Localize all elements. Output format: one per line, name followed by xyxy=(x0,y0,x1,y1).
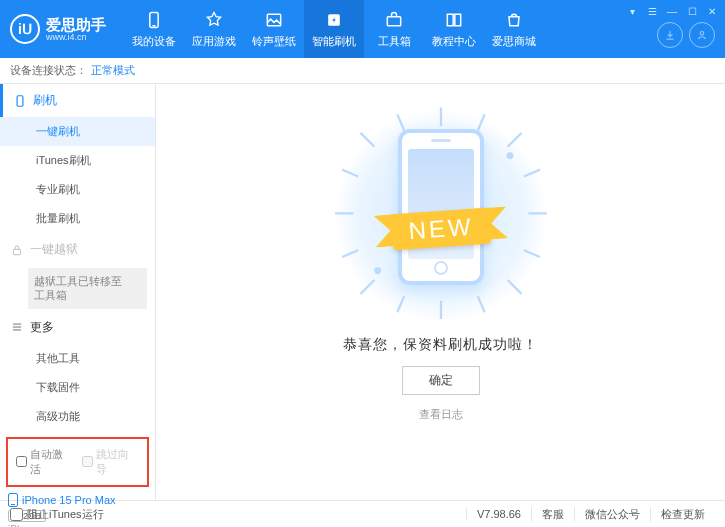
app-title: 爱思助手 xyxy=(46,17,106,32)
svg-point-5 xyxy=(700,32,704,36)
svg-line-23 xyxy=(523,170,539,177)
device-type: iPhone xyxy=(8,524,147,527)
download-button[interactable] xyxy=(657,22,683,48)
sidebar-item-firmware[interactable]: 下载固件 xyxy=(0,373,155,402)
toolbox-icon xyxy=(383,9,405,31)
sidebar-item-advanced[interactable]: 高级功能 xyxy=(0,402,155,431)
menu-lines-icon xyxy=(10,320,24,334)
svg-line-19 xyxy=(397,114,404,130)
close-icon[interactable]: ✕ xyxy=(705,4,719,18)
device-name: iPhone 15 Pro Max xyxy=(22,494,116,506)
wechat-link[interactable]: 微信公众号 xyxy=(574,507,650,522)
sidebar-section-flash[interactable]: 刷机 xyxy=(0,84,155,117)
shop-icon xyxy=(503,9,525,31)
top-nav: 我的设备 应用游戏 铃声壁纸 智能刷机 工具箱 教程中心 爱思商城 xyxy=(124,0,544,58)
nav-ringtones[interactable]: 铃声壁纸 xyxy=(244,0,304,58)
sidebar-section-jailbreak: 一键越狱 xyxy=(0,233,155,266)
new-ribbon: NEW xyxy=(391,207,490,250)
sidebar-jailbreak-note: 越狱工具已转移至 工具箱 xyxy=(28,268,147,309)
menu-icon[interactable]: ▾ xyxy=(625,4,639,18)
sidebar-item-other[interactable]: 其他工具 xyxy=(0,344,155,373)
sidebar-item-oneclick[interactable]: 一键刷机 xyxy=(0,117,155,146)
svg-line-26 xyxy=(477,296,484,312)
svg-rect-6 xyxy=(17,95,23,106)
svg-point-28 xyxy=(506,152,513,159)
service-link[interactable]: 客服 xyxy=(531,507,574,522)
maximize-icon[interactable]: ☐ xyxy=(685,4,699,18)
svg-point-27 xyxy=(374,267,381,274)
sidebar-item-itunes[interactable]: iTunes刷机 xyxy=(0,146,155,175)
header: iᑌ 爱思助手 www.i4.cn 我的设备 应用游戏 铃声壁纸 智能刷机 工具… xyxy=(0,0,725,58)
app-url: www.i4.cn xyxy=(46,32,106,42)
nav-tools[interactable]: 工具箱 xyxy=(364,0,424,58)
minimize-icon[interactable]: — xyxy=(665,4,679,18)
nav-tutorials[interactable]: 教程中心 xyxy=(424,0,484,58)
svg-line-16 xyxy=(507,280,521,294)
flash-icon xyxy=(323,9,345,31)
user-button[interactable] xyxy=(689,22,715,48)
svg-rect-4 xyxy=(387,17,400,26)
content: NEW 恭喜您，保资料刷机成功啦！ 确定 查看日志 xyxy=(156,84,725,500)
status-bar: 设备连接状态： 正常模式 xyxy=(0,58,725,84)
nav-flash[interactable]: 智能刷机 xyxy=(304,0,364,58)
status-label: 设备连接状态： xyxy=(10,63,87,78)
logo-icon: iᑌ xyxy=(10,14,40,44)
svg-rect-7 xyxy=(14,249,21,254)
svg-line-18 xyxy=(360,280,374,294)
svg-line-21 xyxy=(342,170,358,177)
svg-line-22 xyxy=(342,250,358,257)
view-log-link[interactable]: 查看日志 xyxy=(419,407,463,422)
sidebar-section-more[interactable]: 更多 xyxy=(0,311,155,344)
nav-my-device[interactable]: 我的设备 xyxy=(124,0,184,58)
sidebar-item-pro[interactable]: 专业刷机 xyxy=(0,175,155,204)
phone-illustration xyxy=(398,129,484,285)
image-icon xyxy=(263,9,285,31)
update-link[interactable]: 检查更新 xyxy=(650,507,715,522)
block-itunes-checkbox[interactable]: 阻止iTunes运行 xyxy=(10,507,104,522)
sidebar-checks: 自动激活 跳过向导 xyxy=(6,437,149,487)
lock-icon xyxy=(10,243,24,257)
sidebar-item-batch[interactable]: 批量刷机 xyxy=(0,204,155,233)
book-icon xyxy=(443,9,465,31)
tray-icon[interactable]: ☰ xyxy=(645,4,659,18)
apps-icon xyxy=(203,9,225,31)
nav-shop[interactable]: 爱思商城 xyxy=(484,0,544,58)
illustration: NEW xyxy=(321,110,561,330)
status-value: 正常模式 xyxy=(91,63,135,78)
phone-outline-icon xyxy=(13,94,27,108)
sidebar: 刷机 一键刷机 iTunes刷机 专业刷机 批量刷机 一键越狱 越狱工具已转移至… xyxy=(0,84,156,500)
logo: iᑌ 爱思助手 www.i4.cn xyxy=(10,14,124,44)
nav-apps[interactable]: 应用游戏 xyxy=(184,0,244,58)
version-label: V7.98.66 xyxy=(466,508,531,520)
check-skip-guide[interactable]: 跳过向导 xyxy=(82,447,140,477)
device-icon xyxy=(143,9,165,31)
device-phone-icon xyxy=(8,493,18,507)
svg-line-24 xyxy=(523,250,539,257)
svg-line-17 xyxy=(507,133,521,147)
check-auto-activate[interactable]: 自动激活 xyxy=(16,447,74,477)
svg-line-15 xyxy=(360,133,374,147)
svg-line-20 xyxy=(477,114,484,130)
success-message: 恭喜您，保资料刷机成功啦！ xyxy=(343,336,538,354)
svg-line-25 xyxy=(397,296,404,312)
ok-button[interactable]: 确定 xyxy=(402,366,480,395)
